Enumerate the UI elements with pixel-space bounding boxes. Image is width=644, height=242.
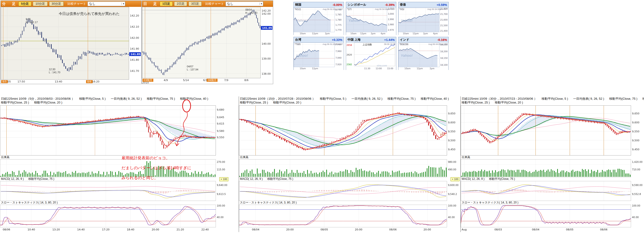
volume-unit-badge: × 100 bbox=[450, 177, 460, 181]
indicator-ichimoku-label: 一目均衡表( 9, 26, 52 ) bbox=[573, 97, 604, 100]
panel-header: 日経225mini 10/09（15分，2010/07/28 - 2010/08… bbox=[239, 96, 460, 105]
market-tile-body: *HSI Aug 06 04:00pm HKT Yahoo! bbox=[398, 8, 448, 35]
panel-title: 日経225mini 10/09（5分，2010/08/03 - 2010/08/… bbox=[1, 97, 74, 100]
market-timestamp: Aug 06 01:25pm CST bbox=[322, 43, 343, 45]
minute-compare-value: なし bbox=[89, 2, 96, 6]
chevron-down-icon: ▼ bbox=[122, 3, 124, 5]
macd-label-row: MACD( 12, 26, 9 ) 移動平均(Close, 75 ) × 100 bbox=[239, 177, 460, 181]
stochastics-chart-canvas[interactable] bbox=[239, 205, 460, 227]
minute-compare-select[interactable]: なし ▼ bbox=[88, 2, 125, 6]
market-tile-header: 中国 上海 +1.44% bbox=[346, 37, 396, 43]
minute-high-value: H : 142.17 bbox=[26, 21, 38, 24]
stochastics-label: スロー・ストキャスティクス( 14, 3, 80, 20 ) bbox=[240, 201, 296, 204]
daily-low-note: 04/07 L : 137.94 bbox=[187, 65, 198, 71]
price-chart-canvas[interactable] bbox=[0, 105, 229, 156]
daily-high-note: 08/04 H : 142.23 bbox=[245, 8, 257, 15]
minute-chart-title: 分 足 bbox=[2, 2, 17, 6]
stochastics-chart-canvas[interactable] bbox=[461, 205, 644, 227]
compare-chart-label: 比較チャート bbox=[206, 2, 224, 6]
tab-5min[interactable]: 5分足 bbox=[18, 2, 31, 6]
tab-1day[interactable]: 1日足 bbox=[160, 2, 173, 6]
market-tile-header: シンガポール -0.39% bbox=[346, 2, 396, 8]
tab-3day[interactable]: 3日足 bbox=[188, 2, 202, 6]
stochastics-label-row: スロー・ストキャスティクス( 14, 3, 80, 20 ) bbox=[0, 201, 229, 205]
market-name: 韓国 bbox=[295, 3, 301, 7]
market-tile-body: 上证指数 08-06 15:00 sina.com bbox=[346, 43, 396, 70]
indicator-ma25-label: 移動平均(Close, 25 ) bbox=[1, 101, 29, 104]
market-name: 台湾 bbox=[295, 38, 301, 42]
market-tile-header: インド -0.16% bbox=[398, 37, 448, 43]
volume-label-row: 出来高 bbox=[239, 156, 460, 159]
price-chart-canvas[interactable] bbox=[461, 105, 644, 156]
market-symbol: *TWII bbox=[295, 43, 300, 46]
volume-label-row: 出来高 bbox=[0, 156, 229, 159]
market-name: 香港 bbox=[400, 3, 406, 7]
panel-title: 日経225mini 10/09（30分，2010/07/23 - 2010/08… bbox=[462, 97, 537, 100]
stochastics-chart-canvas[interactable] bbox=[0, 205, 229, 227]
volume-label: 出来高 bbox=[1, 156, 10, 159]
indicator-ma75-label: 移動平均(Close, 75 ) bbox=[147, 97, 175, 100]
daily-high-value: H : 142.23 bbox=[245, 11, 257, 14]
asian-markets-grid: 韓国 -0.00% *KS11 Aug 06 02:32pm KST Yahoo… bbox=[294, 2, 451, 72]
stochastics-label-row: スロー・ストキャスティクス( 14, 3, 80, 20 ) bbox=[461, 201, 644, 205]
market-tile-taiwan[interactable]: 台湾 +0.33% *TWII Aug 06 01:25pm CST Yahoo… bbox=[294, 37, 344, 70]
daily-chartbox: 08/04 H : 142.23 04/07 L : 137.94 bbox=[142, 7, 273, 84]
price-chart-canvas[interactable] bbox=[239, 105, 460, 156]
tab-10min[interactable]: 10分足 bbox=[33, 2, 48, 6]
time-axis-canvas bbox=[239, 227, 460, 232]
minute-chartbox: 今日は債券が売られて株先が買われた 9:15 H : 142.17 12:30 … bbox=[1, 7, 141, 84]
minute-chart-canvas[interactable] bbox=[1, 7, 141, 84]
market-tile-header: 韓国 -0.00% bbox=[294, 2, 344, 8]
indicator-ma5-label: 移動平均(Close, 5 ) bbox=[542, 97, 568, 100]
indicator-ichimoku-label: 一目均衡表( 9, 26, 52 ) bbox=[111, 97, 142, 100]
macd-chart-canvas[interactable] bbox=[239, 181, 460, 201]
market-tile-india[interactable]: インド -0.16% *BSESN Aug 06 04:00pm IST Yah… bbox=[398, 37, 449, 70]
volume-chart-canvas[interactable] bbox=[0, 159, 229, 177]
tab-2day[interactable]: 2日足 bbox=[174, 2, 187, 6]
volume-label-row: 出来高 bbox=[461, 156, 644, 159]
tab-30min[interactable]: 30分足 bbox=[49, 2, 64, 6]
market-tile-korea[interactable]: 韓国 -0.00% *KS11 Aug 06 02:32pm KST Yahoo… bbox=[294, 2, 344, 35]
daily-chart-canvas[interactable] bbox=[142, 7, 273, 84]
market-tile-body: *BSESN Aug 06 04:00pm IST Yahoo! bbox=[398, 43, 448, 70]
daily-chart-title: 日 足 bbox=[144, 2, 158, 6]
indicator-ma20-label: 移動平均(Close, 20 ) bbox=[273, 101, 301, 104]
market-tile-header: 台湾 +0.33% bbox=[294, 37, 344, 43]
stochastics-label: スロー・ストキャスティクス( 14, 3, 80, 20 ) bbox=[1, 201, 58, 204]
chevron-down-icon: ▼ bbox=[260, 3, 262, 5]
daily-compare-select[interactable]: なし ▼ bbox=[226, 2, 263, 6]
macd-label-row: MACD( 12, 26, 9 ) 移動平均(Close, 75 ) × 100 bbox=[0, 177, 229, 181]
nikkei-5min-panel: 日経225mini 10/09（5分，2010/08/03 - 2010/08/… bbox=[0, 96, 229, 232]
indicator-ma40-label: 移動平均(Close, 40 ) bbox=[180, 97, 208, 100]
market-tile-hongkong[interactable]: 香港 +0.59% *HSI Aug 06 04:00pm HKT Yahoo! bbox=[398, 2, 449, 35]
daily-low-value: L : 137.94 bbox=[187, 68, 198, 71]
minute-annotation: 今日は債券が売られて株先が買われた bbox=[59, 12, 120, 16]
sina-watermark: sina.com bbox=[377, 64, 387, 67]
minute-high-time: 9:15 bbox=[26, 18, 31, 21]
yahoo-watermark: Yahoo! bbox=[296, 19, 308, 23]
market-tile-singapore[interactable]: シンガポール -0.39% *STI Aug 06 04:59pm SGT Ya… bbox=[346, 2, 396, 35]
market-tile-body: *TWII Aug 06 01:25pm CST Yahoo! bbox=[294, 43, 344, 70]
volume-unit-badge: × 100 bbox=[220, 177, 228, 181]
macd-chart-canvas[interactable] bbox=[0, 181, 229, 201]
indicator-ma25-label: 移動平均(Close, 25 ) bbox=[240, 101, 268, 104]
minute-chart-toolbar: 分 足 5分足 10分足 30分足 比較チャート なし ▼ bbox=[1, 1, 141, 7]
panel-header: 日経225mini 10/09（5分，2010/08/03 - 2010/08/… bbox=[0, 96, 229, 105]
macd-label: MACD( 12, 26, 9 ) bbox=[1, 177, 24, 181]
indicator-ichimoku-label: 一目均衡表( 9, 26, 52 ) bbox=[352, 97, 382, 100]
market-tile-body: *KS11 Aug 06 02:32pm KST Yahoo! bbox=[294, 8, 344, 35]
market-change: -0.00% bbox=[332, 3, 342, 7]
volume-chart-canvas[interactable] bbox=[461, 159, 644, 177]
indicator-ma5-label: 移動平均(Close, 5 ) bbox=[320, 97, 346, 100]
nikkei-30min-panel: 日経225mini 10/09（30分，2010/07/23 - 2010/08… bbox=[460, 96, 644, 232]
yahoo-watermark: Yahoo! bbox=[401, 53, 412, 57]
market-symbol: *STI bbox=[347, 8, 352, 11]
volume-chart-canvas[interactable] bbox=[239, 159, 460, 177]
shanghai-chart-canvas[interactable] bbox=[346, 43, 396, 70]
macd-chart-canvas[interactable] bbox=[461, 181, 644, 201]
daily-chart-panel: 日 足 1日足 2日足 3日足 比較チャート なし ▼ 08/04 H : 14… bbox=[142, 1, 273, 84]
yahoo-watermark: Yahoo! bbox=[296, 53, 308, 57]
market-tile-china[interactable]: 中国 上海 +1.44% 上证指数 08-06 15:00 sina.com bbox=[346, 37, 396, 70]
market-tile-header: 香港 +0.59% bbox=[398, 2, 448, 8]
market-symbol: 上证指数 bbox=[362, 43, 372, 46]
